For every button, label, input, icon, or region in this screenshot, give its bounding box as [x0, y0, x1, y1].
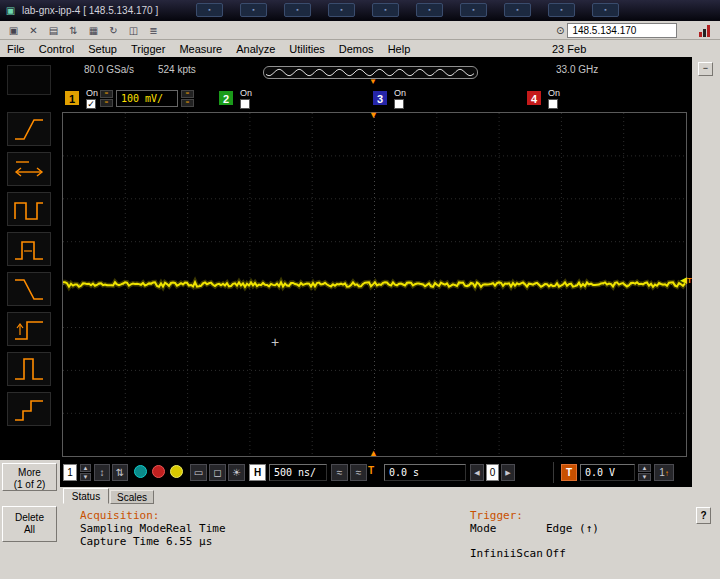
trigger-level-up-button[interactable]: ▲ — [638, 464, 651, 472]
position-left-button[interactable]: ◀ — [470, 464, 484, 481]
position-right-button[interactable]: ▶ — [501, 464, 515, 481]
trigger-level-down-button[interactable]: ▼ — [638, 473, 651, 481]
circle-button-teal[interactable] — [134, 465, 147, 478]
trigger-source-button[interactable]: 1↑ — [654, 464, 674, 481]
menu-item-file[interactable]: File — [0, 43, 32, 55]
zoom-in-wave-button[interactable]: ≈ — [350, 464, 367, 481]
brightness-button[interactable]: ☀ — [228, 464, 245, 481]
help-button[interactable]: ? — [696, 507, 711, 524]
vnc-toolbar-button-4[interactable]: ▪ — [328, 3, 355, 17]
channel4-button[interactable]: 4 — [526, 90, 542, 106]
horizontal-menu-button[interactable]: H — [249, 464, 266, 481]
marker-down-button[interactable]: ▼ — [80, 473, 91, 481]
more-label: More — [18, 467, 41, 478]
minimize-button[interactable]: − — [698, 62, 713, 76]
horizontal-position-readout[interactable]: 0.0 s — [384, 464, 466, 481]
acquisition-heading: Acquisition: — [80, 509, 159, 522]
display-mode-button[interactable]: ◻ — [209, 464, 226, 481]
channel3-button[interactable]: 3 — [372, 90, 388, 106]
channel1-scale-up-buttons[interactable]: ≈ ≈ — [181, 90, 194, 107]
waveform-display[interactable]: ▼ ▲ + ◀ T — [62, 112, 687, 457]
channel2-button[interactable]: 2 — [218, 90, 234, 106]
trigger-level-readout[interactable]: 0.0 V — [580, 464, 635, 481]
target-icon: ⊙ — [556, 25, 564, 36]
infiniiscan-value: Off — [546, 547, 566, 560]
more-button[interactable]: More (1 of 2) — [2, 463, 57, 491]
vnc-toolbar-button-7[interactable]: ▪ — [460, 3, 487, 17]
fall-time-measurement-button[interactable] — [7, 272, 51, 306]
tab-scales[interactable]: Scales — [110, 490, 154, 504]
vnc-toolbar-button-6[interactable]: ▪ — [416, 3, 443, 17]
list-icon[interactable]: ≣ — [145, 23, 162, 38]
fall-time-icon — [12, 275, 46, 303]
zoom-out-wave-button[interactable]: ≈ — [331, 464, 348, 481]
address-bar: ⊙ 148.5.134.170 — [556, 23, 677, 38]
panel-icon[interactable]: ▦ — [85, 23, 102, 38]
sidebar-blank-button[interactable] — [7, 65, 51, 95]
channel1-checkbox[interactable]: ✓ — [86, 99, 96, 109]
marker-number-box[interactable]: 1 — [63, 464, 77, 481]
circle-button-yellow[interactable] — [170, 465, 183, 478]
marker-swap-button[interactable]: ⇅ — [112, 464, 128, 481]
close-icon[interactable]: ✕ — [25, 23, 42, 38]
timebase-scale-readout[interactable]: 500 ns/ — [269, 464, 327, 481]
connection-status-icon — [699, 24, 713, 37]
channel4-on-label: On — [548, 88, 560, 98]
channel2-checkbox[interactable]: ✓ — [240, 99, 250, 109]
menu-item-setup[interactable]: Setup — [81, 43, 124, 55]
menu-item-analyze[interactable]: Analyze — [229, 43, 282, 55]
menu-item-help[interactable]: Help — [381, 43, 418, 55]
staircase-measurement-button[interactable] — [7, 392, 51, 426]
rise-time-measurement-button[interactable] — [7, 112, 51, 146]
vnc-toolbar-button-2[interactable]: ▪ — [240, 3, 267, 17]
channel1-button[interactable]: 1 — [64, 90, 80, 106]
menu-item-measure[interactable]: Measure — [172, 43, 229, 55]
channel4-checkbox[interactable]: ✓ — [548, 99, 558, 109]
pulse-measurement-button[interactable] — [7, 352, 51, 386]
position-zero-box[interactable]: 0 — [486, 464, 499, 481]
trigger-level-indicator[interactable]: ◀ T — [680, 275, 692, 285]
vnc-toolbar-button-3[interactable]: ▪ — [284, 3, 311, 17]
window-icon[interactable]: ◫ — [125, 23, 142, 38]
vnc-toolbar-button-9[interactable]: ▪ — [548, 3, 575, 17]
vnc-toolbar-button-5[interactable]: ▪ — [372, 3, 399, 17]
grid-icon[interactable]: ▤ — [45, 23, 62, 38]
circle-button-red[interactable] — [152, 465, 165, 478]
edge-measurement-button[interactable] — [7, 312, 51, 346]
menu-item-utilities[interactable]: Utilities — [282, 43, 331, 55]
staircase-icon — [12, 395, 46, 423]
rise-time-icon — [12, 115, 46, 143]
swap-icon[interactable]: ⇅ — [65, 23, 82, 38]
vnc-toolbar-button-10[interactable]: ▪ — [592, 3, 619, 17]
vnc-toolbar-button-1[interactable]: ▪ — [196, 3, 223, 17]
menu-item-demos[interactable]: Demos — [332, 43, 381, 55]
period-icon — [12, 195, 46, 223]
screen-mode-button[interactable]: ▭ — [190, 464, 207, 481]
acquisition-position-marker-icon: ▼ — [369, 78, 377, 86]
pulse-icon — [12, 355, 46, 383]
delete-all-button[interactable]: Delete All — [2, 506, 57, 542]
menu-item-control[interactable]: Control — [32, 43, 81, 55]
menu-item-trigger[interactable]: Trigger — [124, 43, 172, 55]
edge-direction-icon: ↑ — [665, 469, 669, 478]
marker-updown-button[interactable]: ↕ — [94, 464, 110, 481]
check-icon: ✓ — [87, 99, 95, 109]
trigger-time-marker-top-icon[interactable]: ▼ — [369, 111, 378, 120]
pulse-width-measurement-button[interactable] — [7, 232, 51, 266]
channel3-checkbox[interactable]: ✓ — [394, 99, 404, 109]
trigger-mode-label: Mode — [470, 522, 497, 535]
delta-time-measurement-button[interactable] — [7, 152, 51, 186]
channel1-scale-readout[interactable]: 100 mV/ — [116, 90, 178, 107]
ip-address-field[interactable]: 148.5.134.170 — [567, 23, 677, 38]
period-measurement-button[interactable] — [7, 192, 51, 226]
marker-up-button[interactable]: ▲ — [80, 464, 91, 472]
sample-rate-readout: 80.0 GSa/s — [84, 64, 134, 75]
vnc-toolbar-button-8[interactable]: ▪ — [504, 3, 531, 17]
channel1-scale-down-buttons[interactable]: ≈ ≈ — [100, 90, 113, 107]
app-toolbar: ▣ ✕ ▤ ⇅ ▦ ↻ ◫ ≣ ⊙ 148.5.134.170 — [0, 21, 720, 40]
trigger-menu-button[interactable]: T — [561, 464, 577, 481]
tab-status[interactable]: Status — [63, 488, 109, 504]
monitor-icon[interactable]: ▣ — [5, 23, 22, 38]
wave-small-icon: ≈ — [181, 90, 194, 98]
refresh-icon[interactable]: ↻ — [105, 23, 122, 38]
